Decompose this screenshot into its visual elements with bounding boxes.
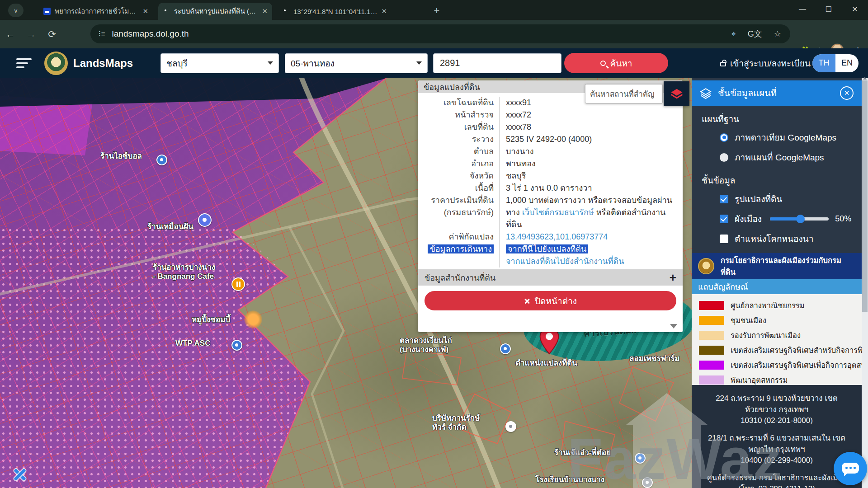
- map-label[interactable]: ร้านเหมือนฝัน: [147, 222, 193, 231]
- layer-option[interactable]: ผังเมือง50%: [692, 209, 862, 229]
- location-icon[interactable]: ⌖: [731, 29, 736, 39]
- radio-icon[interactable]: [720, 133, 728, 142]
- info-row: จังหวัดชลบุรี: [418, 170, 683, 182]
- info-row-label: อำเภอ: [418, 158, 500, 170]
- tab-search-button[interactable]: v: [8, 4, 24, 17]
- info-value-line[interactable]: จากแปลงที่ดินไปยังสำนักงานที่ดิน: [506, 255, 624, 267]
- login-link[interactable]: เข้าสู่ระบบ/ลงทะเบียน: [720, 56, 811, 70]
- layer-option-label: ตำแหน่งโคกหนองนา: [735, 232, 813, 245]
- tab-title: 13°29'41.8"N 101°04'11.1"E - G: [293, 8, 377, 15]
- hamburger-menu-icon[interactable]: [16, 56, 32, 70]
- treasury-link[interactable]: เว็บไซต์กรมธนารักษ์: [522, 208, 594, 217]
- expand-plus-icon[interactable]: +: [670, 271, 676, 285]
- tab-close-icon[interactable]: ✕: [381, 7, 387, 15]
- panel-caret-icon[interactable]: [670, 324, 677, 328]
- land-office-section-header[interactable]: ข้อมูลสำนักงานที่ดิน +: [418, 269, 683, 286]
- blue-poi-icon[interactable]: [156, 155, 167, 165]
- legend-item: เขตส่งเสริมเศรษฐกิจพิเศษสำหรับกิจการพิเศ…: [692, 343, 862, 357]
- map-tools-icon[interactable]: [11, 465, 29, 483]
- info-row: เลขที่ดินxxxx78: [418, 121, 683, 133]
- map-label-line: WTP ASC: [175, 339, 210, 348]
- checkbox-icon[interactable]: [720, 235, 728, 243]
- map-label-line2: - Bangnang Cafe: [153, 272, 215, 281]
- glow-poi-icon[interactable]: [244, 310, 262, 328]
- scrollbar-up-arrow[interactable]: [863, 77, 867, 80]
- layer-options: รูปแปลงที่ดินผังเมือง50%ตำแหน่งโคกหนองนา: [692, 189, 862, 249]
- bookmark-star-icon[interactable]: ☆: [774, 29, 781, 39]
- map-label[interactable]: ลอมเพชรฟาร์ม: [629, 354, 679, 363]
- parcel-number-input[interactable]: 2891: [433, 53, 561, 73]
- info-value-line[interactable]: 13.49493623,101.06973774: [506, 231, 608, 243]
- back-icon[interactable]: ←: [0, 29, 21, 40]
- district-select[interactable]: 05-พานทอง: [285, 53, 428, 73]
- sidebar-close-icon[interactable]: ✕: [840, 86, 854, 100]
- map-label-line: ตลาดวงเวียนไก่: [400, 336, 452, 345]
- scrollbar-thumb[interactable]: [862, 80, 868, 312]
- site-info-icon[interactable]: ⁝≡: [99, 30, 106, 38]
- lock-icon: [720, 62, 726, 66]
- info-value-line: พานทอง: [506, 158, 536, 170]
- poi-search-input[interactable]: ค้นหาสถานที่สำคัญ: [585, 84, 663, 103]
- value-link[interactable]: จากแปลงที่ดินไปยังสำนักงานที่ดิน: [506, 257, 624, 266]
- white-poi-icon[interactable]: [505, 421, 516, 432]
- map-label[interactable]: ร้านไอซ์บอล: [100, 152, 142, 161]
- forward-icon[interactable]: →: [21, 29, 42, 40]
- info-row-label-text: ตำบล: [474, 147, 494, 156]
- tab-close-icon[interactable]: ✕: [142, 7, 148, 15]
- translate-icon[interactable]: G文: [748, 28, 762, 39]
- window-minimize-button[interactable]: —: [789, 0, 816, 18]
- legend-item: เขตส่งเสริมเศรษฐกิจพิเศษเพื่อกิจการอุตสห…: [692, 357, 862, 372]
- radio-icon[interactable]: [720, 153, 728, 162]
- legend-label: ศูนย์กลางพาณิชยกรรม: [731, 300, 805, 311]
- info-row: ข้อมูลการเดินทางจากที่นี่ไปยังแปลงที่ดิน…: [418, 243, 683, 267]
- browser-tab[interactable]: 13°29'41.8"N 101°04'11.1"E - G✕: [278, 3, 392, 20]
- tab-close-icon[interactable]: ✕: [262, 7, 268, 15]
- checkbox-icon[interactable]: [720, 195, 728, 203]
- layer-option[interactable]: รูปแปลงที่ดิน: [692, 189, 862, 209]
- opacity-slider[interactable]: 50%: [770, 214, 851, 224]
- base-map-option[interactable]: ภาพดาวเทียม GoogleMaps: [692, 127, 862, 147]
- province-select[interactable]: ชลบุรี: [160, 53, 279, 73]
- sidebar-scrollbar[interactable]: [862, 78, 868, 488]
- map-label[interactable]: ตลาดวงเวียนไก่(บางนางคาเฟ่): [400, 336, 452, 354]
- map-label[interactable]: WTP ASC: [175, 339, 210, 348]
- legend-swatch: [699, 301, 724, 310]
- info-value-line: ชลบุรี: [506, 170, 526, 182]
- layer-option-label: ผังเมือง: [735, 212, 762, 225]
- photo-poi-icon[interactable]: [198, 213, 212, 227]
- slider-thumb[interactable]: [796, 215, 805, 223]
- map-label[interactable]: ร้านอาหารบางนาง- Bangnang Cafe: [153, 263, 215, 281]
- info-row-value: 5235 IV 2492-00 (4000): [500, 133, 596, 145]
- chat-button[interactable]: [834, 452, 867, 485]
- lang-th-button[interactable]: TH: [812, 54, 835, 72]
- info-row-value: xxxx72: [500, 109, 536, 121]
- browser-tab[interactable]: ระบบค้นหารูปแปลงที่ดิน (LandsMap✕: [158, 3, 272, 20]
- window-close-button[interactable]: ✕: [842, 0, 868, 18]
- base-map-option[interactable]: ภาพแผนที่ GoogleMaps: [692, 147, 862, 167]
- tab-title: ระบบค้นหารูปแปลงที่ดิน (LandsMap: [174, 6, 258, 17]
- address-bar[interactable]: ⁝≡ landsmaps.dol.go.th ⌖ G文 ☆: [90, 24, 790, 43]
- browser-tab[interactable]: พยากรณ์อากาศรายชั่วโมงสำหรับ อำ✕: [39, 3, 153, 20]
- close-window-button[interactable]: ปิดหน้าต่าง: [425, 291, 676, 310]
- info-value-line[interactable]: จากที่นี่ไปยังแปลงที่ดิน: [506, 243, 624, 255]
- layers-toggle-button[interactable]: [664, 81, 689, 106]
- new-tab-button[interactable]: +: [430, 5, 443, 17]
- blue-poi-icon[interactable]: [231, 340, 242, 351]
- shop-poi-icon[interactable]: [500, 343, 511, 354]
- map-label[interactable]: บริษัทภานรักษ์ทัวร์ จำกัด: [432, 414, 480, 432]
- value-text: บางนาง: [506, 147, 534, 156]
- map-label[interactable]: หมูปิ้งซอมบี้: [192, 315, 230, 324]
- value-text[interactable]: จากที่นี่ไปยังแปลงที่ดิน: [506, 244, 588, 253]
- slider-track[interactable]: [770, 217, 829, 221]
- food-poi-icon[interactable]: [231, 277, 245, 291]
- legend-item: ชุมชนเมือง: [692, 313, 862, 328]
- lang-en-button[interactable]: EN: [835, 54, 859, 72]
- checkbox-icon[interactable]: [720, 215, 728, 223]
- layer-option[interactable]: ตำแหน่งโคกหนองนา: [692, 229, 862, 249]
- value-link[interactable]: 13.49493623,101.06973774: [506, 232, 608, 241]
- window-maximize-button[interactable]: ☐: [816, 0, 842, 18]
- info-row-value: 1,000 บาทต่อตารางวา หรือตรวจสอบข้อมูลผ่า…: [500, 194, 683, 231]
- search-button[interactable]: ค้นหา: [564, 53, 668, 73]
- address-line: 10310 (02-201-8000): [701, 415, 853, 427]
- reload-icon[interactable]: ⟳: [42, 29, 62, 40]
